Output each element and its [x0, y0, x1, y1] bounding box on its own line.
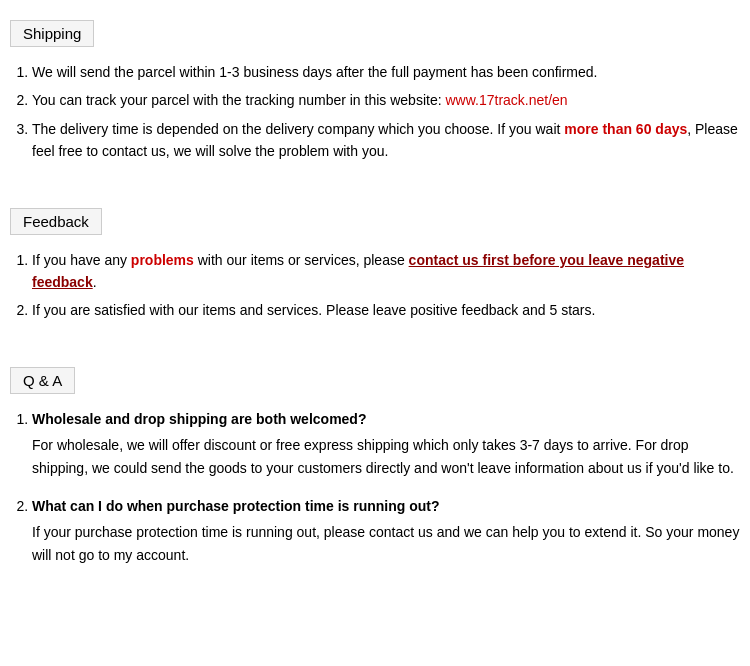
list-item: Wholesale and drop shipping are both wel… — [32, 408, 740, 479]
qa-list: Wholesale and drop shipping are both wel… — [10, 408, 740, 566]
list-item: You can track your parcel with the track… — [32, 89, 740, 111]
shipping-section: Shipping We will send the parcel within … — [10, 10, 740, 163]
qa-question-2: What can I do when purchase protection t… — [32, 495, 740, 517]
qa-question-1: Wholesale and drop shipping are both wel… — [32, 408, 740, 430]
qa-title: Q & A — [23, 372, 62, 389]
shipping-item-3-text-before: The delivery time is depended on the del… — [32, 121, 564, 137]
qa-answer-2: If your purchase protection time is runn… — [32, 521, 740, 566]
feedback-item-1-text-before: If you have any — [32, 252, 131, 268]
feedback-item-2-text: If you are satisfied with our items and … — [32, 302, 595, 318]
list-item: The delivery time is depended on the del… — [32, 118, 740, 163]
shipping-list: We will send the parcel within 1-3 busin… — [10, 61, 740, 163]
feedback-section: Feedback If you have any problems with o… — [10, 198, 740, 322]
list-item: We will send the parcel within 1-3 busin… — [32, 61, 740, 83]
feedback-list: If you have any problems with our items … — [10, 249, 740, 322]
shipping-item-1-text: We will send the parcel within 1-3 busin… — [32, 64, 597, 80]
list-item: If you have any problems with our items … — [32, 249, 740, 294]
problems-text: problems — [131, 252, 194, 268]
feedback-header: Feedback — [10, 208, 102, 235]
shipping-item-2-text: You can track your parcel with the track… — [32, 92, 445, 108]
spacer-2 — [10, 342, 740, 357]
shipping-header: Shipping — [10, 20, 94, 47]
shipping-more-than-60-days: more than 60 days — [564, 121, 687, 137]
list-item: If you are satisfied with our items and … — [32, 299, 740, 321]
qa-header: Q & A — [10, 367, 75, 394]
tracking-link[interactable]: www.17track.net/en — [445, 92, 567, 108]
feedback-title: Feedback — [23, 213, 89, 230]
list-item: What can I do when purchase protection t… — [32, 495, 740, 566]
spacer-1 — [10, 183, 740, 198]
shipping-title: Shipping — [23, 25, 81, 42]
qa-answer-1: For wholesale, we will offer discount or… — [32, 434, 740, 479]
feedback-item-1-period: . — [93, 274, 97, 290]
qa-section: Q & A Wholesale and drop shipping are bo… — [10, 357, 740, 566]
feedback-item-1-text-mid: with our items or services, please — [194, 252, 409, 268]
